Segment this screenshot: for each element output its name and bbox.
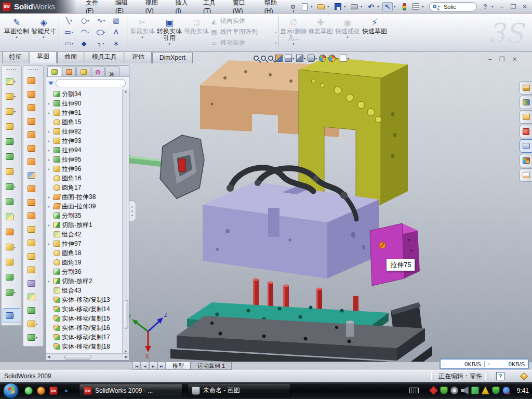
tool-button-mold-spline[interactable]: ▾ [24, 330, 42, 344]
toolbar-button[interactable]: ∅ 显示/删除几... ▾ [280, 15, 307, 49]
model-olive-bracket[interactable] [299, 57, 408, 205]
tree-item[interactable]: ▸ 切除-放样2 [48, 276, 122, 286]
tab-nav-button-prev[interactable]: ◀ [141, 362, 149, 370]
undo-button[interactable]: ↶ [366, 2, 376, 11]
tree-item[interactable]: ▸ 拉伸96 [48, 164, 122, 174]
command-tab[interactable]: DimXpert [152, 52, 193, 63]
task-pane-tab-solidworks-resources[interactable] [520, 81, 532, 95]
tool-button-shut-off-surface[interactable]: ▾ [24, 222, 42, 236]
tree-item[interactable]: ▸ 圆角15 [48, 117, 122, 127]
tool-button-parting-surface[interactable]: ▾ [24, 263, 42, 276]
sketch-tool-line[interactable]: ╲▾ [61, 15, 77, 26]
toolbar-button[interactable]: ✚ 修复草图 ▾ [307, 15, 334, 49]
view-tool-previous-view[interactable]: ▾ [268, 56, 273, 61]
sketch-tool-selection-marquee[interactable]: ▧▾ [109, 15, 125, 26]
tool-button-spline[interactable]: ▾ [3, 285, 20, 300]
view-tool-scene[interactable]: ▾ [328, 55, 338, 62]
view-tool-appearances[interactable]: ▾ [319, 55, 326, 62]
expand-arrow-icon[interactable]: ▸ [48, 139, 52, 143]
tab-nav-button-next[interactable]: ▶ [149, 362, 157, 370]
tool-button-insert-sketch[interactable]: ▾ [24, 317, 42, 330]
tool-button-ruled-surface[interactable]: ▾ [24, 276, 42, 290]
panel-tab-dimxpert-manager[interactable]: ⊕ [91, 66, 105, 76]
tool-button-combine[interactable]: ▾ [3, 209, 20, 224]
toolbar-button[interactable]: ✂ 剪裁实体 ▾ [129, 15, 156, 49]
tray-icon-defender[interactable] [492, 387, 500, 394]
tool-button-deform[interactable]: ▾ [24, 128, 42, 141]
tree-item[interactable]: ▸ 拉伸95 [48, 155, 122, 164]
graphics-area[interactable]: Y Z X 特征草图曲面模具工具评估DimXpert ▾▾▾▾▾▾▾▾▾▾▾▾▾… [0, 52, 532, 362]
sketch-tool-ellipse[interactable]: ○▾ [93, 26, 109, 38]
tray-icon-volume[interactable] [461, 387, 469, 394]
tree-item[interactable]: ▸ 实体-移动/复制18 [48, 342, 122, 351]
tool-button-extrude-boss[interactable]: ▾ [3, 89, 20, 104]
toolbar-button[interactable]: ◈ 智能尺寸 ▾ [30, 15, 57, 49]
tool-button-fillet[interactable]: ▾ [3, 104, 20, 119]
task-pane-tab-custom-properties[interactable] [520, 168, 532, 182]
tree-item[interactable]: ▸ 组合42 [48, 230, 122, 239]
quick-launch-item-safety-center[interactable] [36, 386, 46, 395]
scroll-thumb[interactable] [124, 300, 128, 329]
tree-item[interactable]: ▸ 圆角17 [48, 183, 122, 192]
toolbar-button[interactable]: ⚡ 快速草图 ▾ [361, 15, 388, 49]
start-button[interactable] [3, 383, 19, 398]
expand-arrow-icon[interactable]: ▸ [48, 223, 52, 228]
view-tool-annotations[interactable]: ▾ [340, 55, 349, 62]
tray-icon-sync-blocked[interactable] [502, 387, 510, 394]
toolbar-row-button[interactable]: ▦ 线性草图阵列 ▾ [210, 27, 276, 37]
tray-icon-wireless-warning[interactable] [482, 387, 489, 394]
tray-icon-windows-update[interactable] [450, 387, 458, 394]
view-tool-section-view[interactable]: ▾ [275, 55, 283, 62]
tree-horizontal-scrollbar[interactable]: ◀ ▶ [46, 353, 129, 360]
tree-item[interactable]: ▸ 实体-移动/复制17 [48, 332, 122, 342]
task-button[interactable]: 未命名 - 画图 [187, 384, 291, 397]
model-green-rod[interactable] [127, 155, 165, 167]
tool-button-delete-body[interactable]: ▾ [3, 240, 20, 255]
tree-item[interactable]: ▸ 实体-移动/复制13 [48, 295, 122, 304]
task-pane-tab-appearances-scenes[interactable] [520, 154, 532, 167]
panel-tab-feature-manager[interactable] [47, 66, 61, 76]
tool-button-scale[interactable]: ▾ [24, 236, 42, 249]
tool-button-planar-surface[interactable]: ▾ [24, 141, 42, 155]
expand-arrow-icon[interactable]: ▸ [48, 167, 52, 171]
tree-item[interactable]: ▸ 切除-放样1 [48, 220, 122, 230]
view-tool-zoom-fit[interactable]: ▾ [254, 56, 259, 61]
command-tab[interactable]: 评估 [125, 52, 152, 63]
tool-button-chamfer[interactable]: ▾ [3, 119, 20, 134]
tool-button-dome[interactable]: ▾ [24, 87, 42, 101]
quick-launch-item-solidworks-launcher[interactable]: SW [49, 386, 58, 395]
toolbar-button[interactable]: ✎ 草图绘制 ▾ [3, 15, 30, 49]
toolbar-button[interactable]: ⊐ 等距实体 ▾ [183, 15, 210, 49]
expand-arrow-icon[interactable]: ▸ [48, 242, 52, 246]
view-tool-hide-show-items[interactable]: ▾ [308, 55, 317, 62]
task-pane-tab-design-library[interactable] [520, 96, 532, 109]
tree-item[interactable]: ▸ 拉伸97 [48, 239, 122, 248]
tool-button-offset-surface[interactable]: ▾ [24, 155, 42, 168]
toolbar-button[interactable]: ◉ 快速捕捉 ▾ [334, 15, 361, 49]
tool-button-draft-analysis[interactable]: ▾ [24, 114, 42, 128]
tool-button-flex[interactable]: ▾ [24, 74, 42, 87]
tool-button-draft[interactable]: ▾ [3, 149, 20, 164]
tray-icon-security-alert[interactable] [429, 386, 438, 395]
scroll-down-icon[interactable]: ▼ [124, 350, 128, 353]
sketch-tool-point[interactable]: ∗▾ [109, 38, 125, 49]
model-clamp-part[interactable] [160, 135, 204, 198]
task-button[interactable]: SW SolidWorks 2009 - ... [79, 384, 183, 397]
tree-item[interactable]: ▸ 圆角19 [48, 258, 122, 267]
toolbar-button[interactable]: ▣ 转换实体引用 ▾ [156, 15, 183, 49]
select-button[interactable]: ↖ [382, 2, 393, 11]
tree-item[interactable]: ▸ 曲面-拉伸38 [48, 192, 122, 202]
tree-item[interactable]: ▸ 实体-移动/复制14 [48, 304, 122, 314]
tool-button-loft-boss[interactable]: ▾ [3, 74, 20, 89]
scroll-left-icon[interactable]: ◀ [47, 355, 50, 359]
tree-item[interactable]: ▸ 拉伸93 [48, 136, 122, 145]
tree-item[interactable]: ▸ 分割34 [48, 89, 122, 99]
command-tab[interactable]: 模具工具 [85, 52, 124, 63]
tree-item[interactable]: ▸ 实体-移动/复制15 [48, 314, 122, 323]
tree-item[interactable]: ▸ 分割36 [48, 267, 122, 276]
tag-icon[interactable] [520, 372, 528, 380]
tab-nav-button-first[interactable]: |◀ [132, 362, 141, 370]
tree-item[interactable]: ▸ 圆角18 [48, 248, 122, 258]
tree-item[interactable]: ▸ 曲面-拉伸39 [48, 202, 122, 211]
tray-icon-network-phone[interactable] [471, 387, 479, 394]
